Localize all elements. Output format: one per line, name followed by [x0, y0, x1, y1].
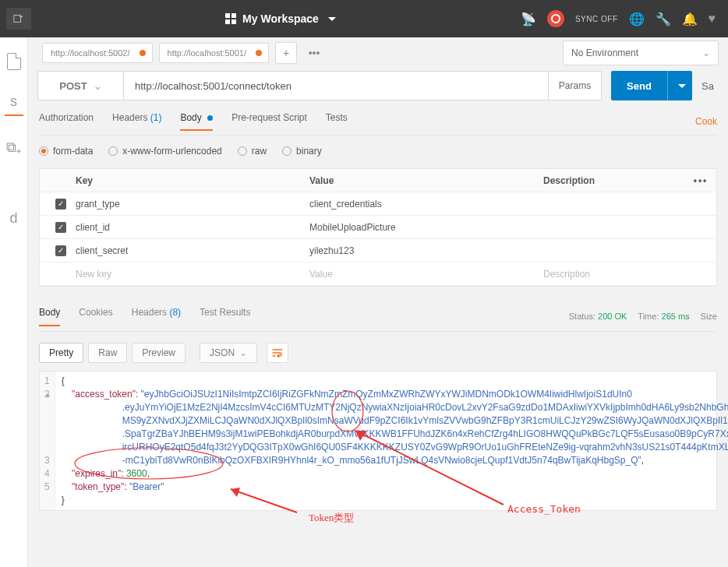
- response-body[interactable]: 1 2 3 4 5 { "access_token": "eyJhbGciOiJ…: [39, 371, 717, 511]
- radio-raw[interactable]: raw: [238, 146, 267, 157]
- table-header: Key Value Description •••: [40, 169, 716, 192]
- workspace-switcher[interactable]: My Workspace: [41, 12, 521, 25]
- table-row[interactable]: ✓ client_id MobileUploadPicture: [40, 216, 716, 239]
- format-select[interactable]: JSON ⌄: [200, 343, 257, 363]
- table-row[interactable]: ✓ client_secret yilezhu123: [40, 239, 716, 262]
- request-tab-0[interactable]: http://localhost:5002/: [42, 43, 153, 63]
- col-value: Value: [302, 175, 535, 186]
- checkbox-icon[interactable]: ✓: [55, 245, 66, 256]
- topbar: My Workspace 📡 SYNC OFF 🌐 🔧 🔔 ♥: [0, 0, 728, 37]
- workspace-label: My Workspace: [242, 12, 319, 25]
- send-dropdown[interactable]: [667, 71, 692, 100]
- cell-value[interactable]: MobileUploadPicture: [302, 222, 535, 233]
- response-tabs: Body Cookies Headers (8) Test Results St…: [39, 301, 717, 332]
- radio-form-data[interactable]: form-data: [39, 146, 93, 157]
- resptab-body[interactable]: Body: [39, 307, 60, 326]
- tab-headers[interactable]: Headers (1): [112, 112, 161, 130]
- table-row[interactable]: ✓ grant_type client_credentials: [40, 192, 716, 216]
- browse-icon[interactable]: 🌐: [629, 12, 645, 26]
- wrench-icon[interactable]: 🔧: [656, 12, 671, 26]
- tab-tests[interactable]: Tests: [326, 112, 348, 130]
- sync-status-icon[interactable]: [547, 10, 564, 27]
- annotation-token-type: Token类型: [309, 511, 354, 525]
- request-tab-label: http://localhost:5002/: [51, 48, 130, 58]
- sync-status-label: SYNC OFF: [575, 15, 618, 23]
- request-url-row: POST ⌄ http://localhost:5001/connect/tok…: [37, 69, 719, 103]
- sidebar-label-d[interactable]: d: [9, 210, 17, 227]
- request-tab-label: http://localhost:5001/: [168, 48, 247, 58]
- table-row-new[interactable]: New key Value Description: [40, 262, 716, 286]
- radio-binary[interactable]: binary: [282, 146, 322, 157]
- dirty-dot-icon: [140, 50, 146, 56]
- dirty-dot-icon: [256, 50, 262, 56]
- request-tabs-row: http://localhost:5002/ http://localhost:…: [28, 37, 728, 69]
- environment-select[interactable]: No Environment ⌄: [563, 40, 719, 65]
- body-type-row: form-data x-www-form-urlencoded raw bina…: [39, 139, 717, 164]
- resptab-headers[interactable]: Headers (8): [132, 307, 181, 326]
- cell-value[interactable]: yilezhu123: [302, 245, 535, 256]
- col-desc: Description: [535, 175, 685, 186]
- chevron-down-icon: ⌄: [94, 80, 102, 92]
- col-key: Key: [68, 175, 302, 186]
- sidebar-label-s[interactable]: s: [10, 93, 17, 110]
- checkbox-icon[interactable]: ✓: [55, 222, 66, 233]
- satellite-icon[interactable]: 📡: [521, 12, 536, 26]
- bulk-edit-icon[interactable]: •••: [685, 175, 716, 186]
- request-subtabs: Authorization Headers (1) Body Pre-reque…: [39, 107, 717, 136]
- code-view: { "access_token": "eyJhbGciOiJSUzI1NiIsI…: [55, 372, 728, 510]
- view-pretty[interactable]: Pretty: [39, 343, 83, 363]
- new-tab-button[interactable]: [6, 8, 31, 30]
- cell-key[interactable]: client_id: [68, 222, 302, 233]
- body-dirty-dot: [207, 115, 213, 121]
- left-rail: s ⧉₊ d: [0, 37, 28, 567]
- send-button[interactable]: Send: [611, 71, 667, 100]
- form-data-table: Key Value Description ••• ✓ grant_type c…: [39, 168, 717, 287]
- bell-icon[interactable]: 🔔: [682, 12, 698, 26]
- grid-icon: [225, 13, 236, 24]
- view-preview[interactable]: Preview: [132, 343, 186, 363]
- tab-body[interactable]: Body: [180, 112, 213, 130]
- url-input[interactable]: http://localhost:5001/connect/token: [123, 71, 549, 100]
- response-toolbar: Pretty Raw Preview JSON ⌄: [39, 340, 717, 366]
- method-label: POST: [59, 80, 87, 92]
- environment-label: No Environment: [571, 48, 638, 58]
- tab-prerequest[interactable]: Pre-request Script: [231, 112, 307, 130]
- resptab-tests[interactable]: Test Results: [200, 307, 250, 326]
- new-collection-icon[interactable]: ⧉₊: [6, 139, 21, 156]
- content-area: http://localhost:5002/ http://localhost:…: [28, 37, 728, 567]
- chevron-down-icon: ⌄: [702, 48, 710, 58]
- cookies-link[interactable]: Cook: [695, 116, 717, 127]
- params-button[interactable]: Params: [549, 71, 602, 100]
- checkbox-icon[interactable]: ✓: [55, 199, 66, 210]
- heart-icon[interactable]: ♥: [709, 12, 716, 26]
- add-tab-button[interactable]: +: [275, 42, 297, 64]
- http-method-select[interactable]: POST ⌄: [37, 71, 123, 100]
- tab-authorization[interactable]: Authorization: [39, 112, 94, 130]
- save-button[interactable]: Sa: [701, 71, 719, 100]
- cell-value-placeholder[interactable]: Value: [302, 269, 535, 280]
- chevron-down-icon: [328, 17, 336, 21]
- radio-urlencoded[interactable]: x-www-form-urlencoded: [108, 146, 221, 157]
- cell-desc-placeholder[interactable]: Description: [535, 269, 685, 280]
- line-gutter: 1 2 3 4 5: [40, 372, 55, 510]
- cell-key[interactable]: grant_type: [68, 199, 302, 210]
- view-raw[interactable]: Raw: [88, 343, 127, 363]
- history-icon[interactable]: [7, 53, 21, 70]
- cell-value[interactable]: client_credentials: [302, 199, 535, 210]
- tab-options-button[interactable]: •••: [303, 42, 325, 64]
- resptab-cookies[interactable]: Cookies: [79, 307, 112, 326]
- chevron-down-icon: ⌄: [239, 347, 247, 358]
- cell-key-placeholder[interactable]: New key: [68, 269, 302, 280]
- wrap-lines-icon[interactable]: [267, 343, 288, 363]
- cell-key[interactable]: client_secret: [68, 245, 302, 256]
- sidebar-active-indicator: [5, 114, 23, 116]
- response-status: Status: 200 OK Time: 265 ms Size: [569, 312, 717, 321]
- url-value: http://localhost:5001/connect/token: [135, 80, 292, 92]
- request-tab-1[interactable]: http://localhost:5001/: [159, 43, 270, 63]
